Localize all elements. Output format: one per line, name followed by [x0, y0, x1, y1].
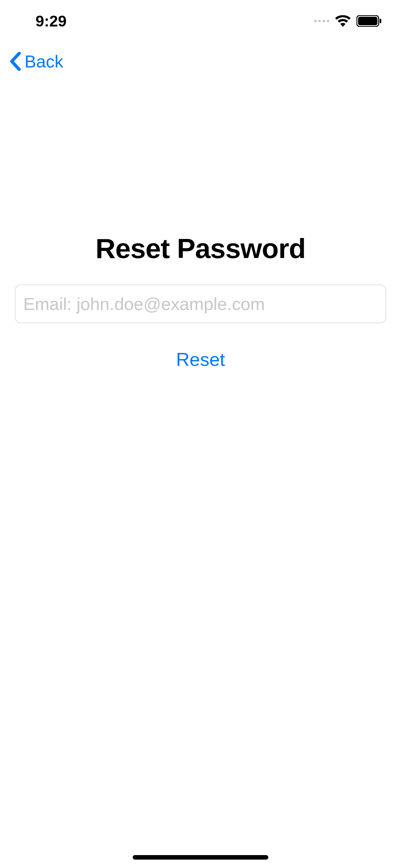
wifi-icon — [335, 15, 351, 27]
content-area: Reset Password Reset — [0, 232, 401, 370]
battery-icon — [357, 15, 382, 27]
status-bar: 9:29 — [0, 0, 401, 42]
navigation-bar: Back — [0, 42, 401, 81]
svg-rect-1 — [358, 17, 377, 25]
back-label: Back — [25, 51, 63, 71]
home-indicator[interactable] — [133, 855, 268, 860]
chevron-left-icon — [10, 52, 21, 71]
cellular-signal-icon — [314, 20, 329, 22]
email-field[interactable] — [15, 284, 386, 323]
status-icons — [314, 15, 382, 27]
svg-rect-2 — [380, 19, 381, 23]
status-time: 9:29 — [35, 12, 66, 30]
reset-button[interactable]: Reset — [176, 348, 225, 370]
page-title: Reset Password — [15, 232, 386, 265]
back-button[interactable]: Back — [10, 51, 63, 71]
